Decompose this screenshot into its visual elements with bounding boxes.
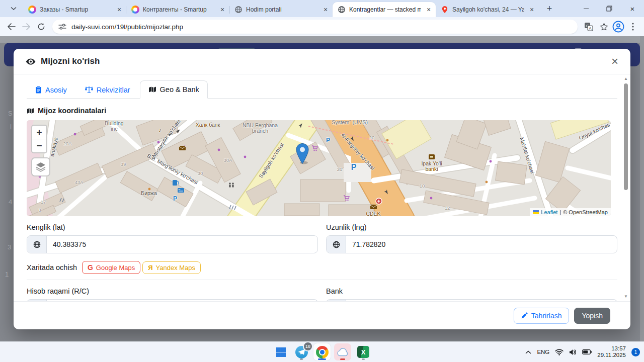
edit-button[interactable]: Tahrirlash — [514, 308, 570, 324]
dimmed-text-fragment: 1 — [5, 270, 9, 278]
tab-close-icon[interactable]: × — [321, 6, 330, 14]
lng-input-group: 71.782820 — [326, 235, 617, 253]
page-scrollbar[interactable] — [640, 36, 644, 342]
tray-chevron-up-icon[interactable] — [525, 350, 531, 354]
yandex-ya-icon: Я — [148, 264, 152, 272]
tab-hodim-portali[interactable]: Hodim portali × — [229, 2, 333, 17]
tray-time: 13:57 — [597, 345, 626, 352]
alert-indicator — [340, 358, 345, 360]
url-text[interactable]: daily-suvi.com/19l/public/mijozlar.php — [71, 23, 183, 31]
page-background: S i 4 3 1 Mijozni ko'rish × Asosiy — [0, 36, 644, 342]
browser-toolbar: daily-suvi.com/19l/public/mijozlar.php G… — [0, 17, 644, 36]
google-maps-button[interactable]: G Google Maps — [82, 261, 140, 274]
globe-favicon — [234, 6, 243, 14]
scroll-down-icon[interactable]: ▼ — [624, 294, 628, 299]
coordinates-row: Kenglik (lat) 40.383375 Uzunlik (lng) 71… — [27, 216, 617, 253]
tabs-container: Заказы - Smartup × Контрагенты - Smartup… — [23, 0, 539, 17]
place-label: Биржа — [141, 190, 156, 196]
profile-avatar[interactable] — [612, 20, 625, 33]
new-tab-button[interactable]: + — [543, 2, 556, 15]
leaflet-link[interactable]: Leaflet — [541, 209, 557, 215]
site-settings-icon[interactable] — [58, 23, 66, 30]
tab-close-icon[interactable]: × — [425, 6, 433, 14]
language-indicator[interactable]: ENG — [537, 349, 549, 355]
pencil-icon — [521, 312, 528, 319]
wifi-icon[interactable] — [555, 349, 564, 355]
modal-tab-bar: Asosiy Rekvizitlar Geo & Bank — [27, 80, 617, 99]
browser-menu-button[interactable] — [626, 20, 640, 34]
account-input-clipped[interactable] — [27, 299, 318, 301]
excel-icon: X — [357, 346, 369, 358]
tab-close-icon[interactable]: × — [115, 6, 123, 14]
clock[interactable]: 13:57 29.11.2025 — [597, 345, 626, 358]
lat-input[interactable]: 40.383375 — [47, 236, 317, 253]
cloud-app[interactable] — [334, 343, 351, 360]
leaflet-map[interactable]: Sayilgoh ko'chasi Al-Fargoniy ko'chasi M… — [27, 120, 611, 216]
excel-app[interactable]: X — [355, 343, 372, 360]
bank-input-clipped[interactable] — [326, 299, 617, 301]
omnibox[interactable]: daily-suvi.com/19l/public/mijozlar.php — [52, 20, 578, 34]
running-indicator — [300, 358, 303, 360]
close-modal-button[interactable]: Yopish — [574, 308, 610, 324]
chrome-icon — [316, 346, 329, 358]
map-marker[interactable] — [296, 143, 309, 164]
chrome-app[interactable] — [313, 343, 331, 360]
clipboard-icon — [35, 86, 42, 94]
notification-badge[interactable]: 1 — [631, 348, 640, 356]
housenumber: 12 — [445, 205, 450, 211]
housenumber: 30 — [198, 170, 203, 176]
browser-tabstrip: Заказы - Smartup × Контрагенты - Smartup… — [0, 0, 644, 17]
place-label: Ipak Yo'li banki — [417, 161, 446, 172]
back-button[interactable] — [4, 20, 18, 34]
minimize-icon — [584, 9, 589, 9]
smartup-favicon — [131, 6, 139, 14]
bookmark-star-button[interactable] — [597, 20, 611, 34]
tab-close-icon[interactable]: × — [218, 6, 226, 14]
housenumber: 20A — [63, 141, 72, 146]
lng-label: Uzunlik (lng) — [326, 223, 617, 231]
tab-rekvizitlar[interactable]: Rekvizitlar — [76, 80, 139, 99]
volume-icon[interactable] — [569, 349, 577, 355]
tab-zakazy[interactable]: Заказы - Smartup × — [23, 2, 126, 17]
tab-geo-bank[interactable]: Geo & Bank — [140, 80, 208, 99]
google-maps-label: Google Maps — [96, 264, 135, 272]
start-button[interactable] — [272, 343, 289, 360]
map-zoom-control: + − — [31, 125, 47, 153]
svg-text:A: A — [589, 26, 592, 31]
tab-kontragenty[interactable]: Контрагенты - Smartup × — [126, 2, 229, 17]
open-in-maps-row: Xaritada ochish G Google Maps Я Yandex M… — [27, 261, 617, 274]
globe-icon — [327, 236, 346, 253]
tab-search-button[interactable] — [7, 2, 20, 15]
chevron-down-icon — [11, 7, 17, 11]
telegram-app[interactable]: 18 — [293, 343, 310, 360]
yandex-maps-button[interactable]: Я Yandex Maps — [142, 261, 201, 274]
zoom-out-button[interactable]: − — [32, 139, 46, 152]
housenumber: 8 — [38, 207, 41, 213]
active-indicator — [318, 358, 326, 360]
battery-icon[interactable] — [582, 349, 592, 354]
close-window-button[interactable]: × — [621, 0, 644, 17]
tab-yandex-maps[interactable]: Sayilgoh ko'chasi, 24 — Yandex × — [436, 2, 539, 17]
lng-input[interactable]: 71.782820 — [346, 236, 617, 253]
modal-close-button[interactable]: × — [611, 55, 618, 67]
zoom-in-button[interactable]: + — [32, 126, 46, 139]
reload-button[interactable] — [34, 20, 48, 34]
restore-button[interactable] — [598, 0, 621, 17]
minimize-button[interactable] — [575, 0, 598, 17]
scroll-up-icon[interactable]: ▲ — [624, 76, 628, 81]
lat-input-group: 40.383375 — [27, 235, 318, 253]
housenumber: 30A — [224, 157, 232, 163]
map-layers-control[interactable] — [31, 157, 50, 176]
osm-link[interactable]: © OpenStreetMap — [563, 209, 608, 215]
modal-scrollbar[interactable]: ▲ ▼ — [623, 76, 629, 299]
tab-title: Kontragentlar — stacked moda — [349, 6, 421, 13]
shopping-cart-icon — [343, 195, 350, 201]
scrollbar-thumb[interactable] — [624, 83, 628, 190]
tab-kontragentlar-active[interactable]: Kontragentlar — stacked moda × — [333, 2, 436, 17]
translate-button[interactable]: GA — [582, 20, 596, 34]
dimmed-text-fragment: S — [8, 110, 13, 117]
tab-asosiy[interactable]: Asosiy — [27, 80, 75, 99]
forward-button[interactable] — [19, 20, 33, 34]
tab-label: Rekvizitlar — [97, 86, 130, 94]
tab-close-icon[interactable]: × — [528, 6, 536, 14]
